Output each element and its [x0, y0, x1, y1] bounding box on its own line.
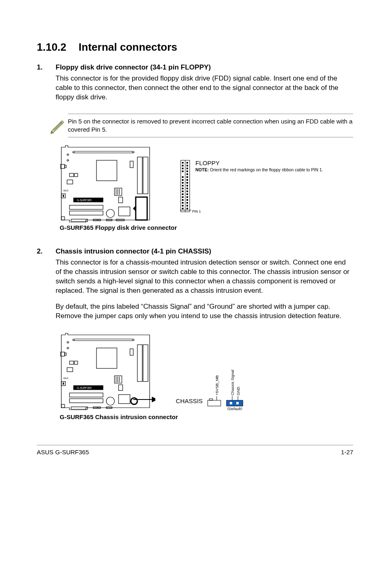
svg-point-3	[73, 151, 74, 153]
svg-rect-56	[186, 165, 188, 166]
svg-rect-10	[69, 173, 74, 177]
svg-rect-22	[63, 195, 64, 197]
chassis-label: CHASSIS	[176, 397, 203, 412]
svg-rect-50	[182, 196, 184, 198]
svg-rect-63	[186, 185, 188, 186]
svg-rect-62	[186, 182, 188, 184]
svg-rect-53	[182, 205, 184, 206]
diagram-2: G-SURF365 /ISUS CHASSIS +5VSB_MB Chassis…	[37, 332, 353, 412]
svg-rect-24	[119, 197, 123, 203]
svg-rect-97	[69, 399, 103, 403]
svg-point-98	[106, 397, 114, 405]
svg-rect-15	[137, 157, 142, 194]
svg-rect-29	[136, 197, 147, 220]
default-label: (Default)	[227, 406, 242, 410]
svg-rect-39	[182, 162, 184, 164]
svg-rect-68	[186, 199, 188, 201]
floppy-connector-detail: FLOPPY NOTE: Orient the red markings on …	[155, 145, 323, 213]
svg-rect-60	[186, 176, 188, 178]
pin-label-5vsb: +5VSB_MB	[215, 375, 219, 395]
item-2-title: Chassis intrusion connector (4-1 pin CHA…	[56, 247, 211, 256]
svg-rect-13	[96, 160, 117, 181]
svg-rect-28	[119, 207, 130, 216]
note-row: Pin 5 on the connector is removed to pre…	[37, 114, 353, 138]
svg-rect-64	[186, 188, 188, 189]
svg-rect-47	[182, 188, 184, 189]
svg-rect-93	[63, 383, 64, 384]
svg-rect-25	[69, 205, 103, 209]
svg-rect-14	[130, 161, 133, 168]
svg-rect-12	[67, 180, 73, 184]
svg-rect-67	[186, 196, 188, 198]
svg-point-27	[106, 209, 114, 218]
svg-rect-114	[215, 402, 217, 404]
svg-rect-88	[114, 376, 122, 383]
item-2-number: 2.	[37, 247, 56, 256]
item-1-body: This connector is for the provided flopp…	[37, 74, 353, 102]
svg-point-101	[131, 398, 137, 404]
item-1-title: Floppy disk drive connector (34-1 pin FL…	[56, 63, 211, 72]
board-model-label-1: G-SURF365	[77, 199, 92, 202]
svg-rect-59	[186, 173, 188, 175]
svg-rect-16	[143, 157, 148, 194]
diagram-1-caption: G-SURF365 Floppy disk drive connector	[37, 224, 353, 231]
svg-text:/ISUS: /ISUS	[63, 189, 69, 192]
svg-point-2	[67, 154, 69, 155]
svg-rect-113	[226, 400, 243, 406]
section-number: 1.10.2	[37, 41, 66, 53]
motherboard-outline-2: G-SURF365 /ISUS	[57, 332, 155, 410]
svg-text:/ISUS: /ISUS	[63, 377, 69, 379]
svg-rect-41	[182, 168, 184, 169]
page-footer: ASUS G-SURF365 1-27	[37, 445, 353, 456]
svg-rect-26	[69, 211, 103, 215]
svg-rect-17	[114, 188, 122, 195]
svg-rect-31	[71, 219, 87, 222]
svg-rect-112	[209, 399, 213, 400]
svg-rect-70	[186, 205, 188, 206]
svg-line-1	[54, 122, 62, 130]
motherboard-outline-1: G-SURF365 /ISUS	[57, 145, 155, 222]
svg-rect-51	[182, 199, 184, 201]
diagram-1: G-SURF365 /ISUS	[37, 145, 353, 222]
svg-rect-83	[67, 368, 73, 372]
floppy-label: FLOPPY	[195, 159, 323, 166]
svg-rect-116	[236, 402, 239, 404]
svg-rect-99	[119, 395, 130, 404]
svg-rect-81	[69, 361, 74, 364]
svg-rect-96	[69, 393, 103, 397]
chassis-connector-detail: CHASSIS +5VSB_MB Chassis Signal GND	[155, 332, 254, 412]
svg-rect-86	[137, 345, 142, 382]
footer-right: 1-27	[341, 449, 353, 456]
note-text: Pin 5 on the connector is removed to pre…	[68, 114, 353, 138]
svg-rect-11	[74, 173, 78, 177]
svg-rect-43	[182, 176, 184, 178]
svg-rect-95	[119, 385, 123, 391]
pin-label-chassis-signal: Chassis Signal	[230, 370, 235, 395]
svg-rect-87	[143, 345, 148, 382]
section-title-text: Internal connectors	[78, 41, 177, 53]
board-model-label-2: G-SURF365	[77, 386, 92, 389]
pin-label-gnd: GND	[236, 387, 240, 395]
svg-rect-115	[230, 402, 232, 404]
svg-rect-46	[182, 185, 184, 186]
svg-rect-48	[182, 191, 184, 192]
svg-point-75	[132, 339, 134, 341]
item-1-number: 1.	[37, 63, 56, 72]
svg-point-78	[67, 347, 69, 349]
svg-rect-42	[182, 171, 184, 172]
svg-rect-102	[61, 404, 65, 408]
svg-rect-52	[182, 202, 184, 204]
diagram-2-caption: G-SURF365 Chassis intrusion connector	[37, 413, 353, 420]
svg-point-73	[67, 341, 69, 343]
svg-rect-111	[208, 400, 221, 406]
svg-rect-80	[65, 353, 66, 355]
svg-rect-103	[71, 407, 87, 409]
item-1-header: 1. Floppy disk drive connector (34-1 pin…	[37, 63, 353, 72]
svg-rect-66	[186, 193, 188, 195]
pencil-icon	[49, 117, 68, 134]
svg-rect-40	[182, 165, 184, 166]
item-2-body-1: This connector is for a chassis-mounted …	[37, 258, 353, 296]
item-2-header: 2. Chassis intrusion connector (4-1 pin …	[37, 247, 353, 256]
footer-left: ASUS G-SURF365	[37, 449, 89, 456]
svg-rect-45	[182, 182, 184, 184]
